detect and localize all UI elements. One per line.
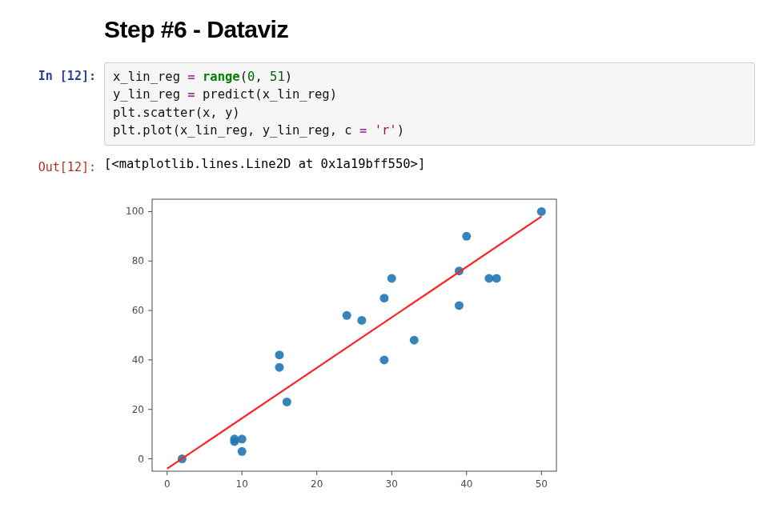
scatter-point: [230, 434, 239, 443]
x-tick-label: 30: [386, 478, 398, 490]
y-tick-label: 100: [126, 206, 144, 217]
y-tick-label: 80: [132, 255, 144, 266]
svg-rect-0: [152, 199, 556, 471]
regression-line: [167, 217, 542, 469]
output-repr-row: Out[12]: [<matplotlib.lines.Line2D at 0x…: [24, 154, 755, 174]
scatter-point: [379, 294, 388, 302]
scatter-point: [275, 350, 283, 359]
input-cell-row: In [12]: x_lin_reg = range(0, 51) y_lin_…: [24, 62, 755, 146]
scatter-point: [357, 316, 366, 325]
x-tick-label: 20: [311, 478, 323, 490]
scatter-point: [379, 355, 388, 364]
code-cell[interactable]: x_lin_reg = range(0, 51) y_lin_reg = pre…: [104, 62, 755, 146]
scatter-point: [238, 434, 247, 443]
y-tick-label: 20: [132, 404, 144, 415]
out-prompt: Out[12]:: [24, 154, 104, 174]
notebook-page: Step #6 - Dataviz In [12]: x_lin_reg = r…: [0, 0, 779, 532]
plot-output: 01020304050020406080100: [104, 187, 755, 502]
scatter-point: [455, 301, 464, 310]
output-repr: [<matplotlib.lines.Line2D at 0x1a19bff55…: [104, 154, 755, 171]
x-tick-label: 0: [164, 478, 171, 490]
scatter-point: [343, 311, 351, 320]
x-tick-label: 50: [536, 478, 548, 490]
scatter-point: [387, 274, 396, 282]
scatter-point: [410, 336, 419, 345]
scatter-point: [484, 274, 493, 282]
section-heading: Step #6 - Dataviz: [104, 16, 755, 43]
scatter-point: [492, 274, 501, 282]
scatter-point: [462, 232, 471, 241]
scatter-plot: 01020304050020406080100: [104, 187, 568, 499]
y-tick-label: 0: [138, 453, 144, 464]
scatter-point: [275, 363, 283, 372]
scatter-point: [238, 447, 247, 456]
x-tick-label: 10: [236, 478, 248, 490]
x-tick-label: 40: [460, 478, 472, 490]
scatter-point: [283, 398, 291, 406]
y-tick-label: 60: [132, 305, 144, 316]
in-prompt: In [12]:: [24, 62, 104, 83]
y-tick-label: 40: [132, 354, 144, 366]
scatter-point: [537, 207, 546, 216]
